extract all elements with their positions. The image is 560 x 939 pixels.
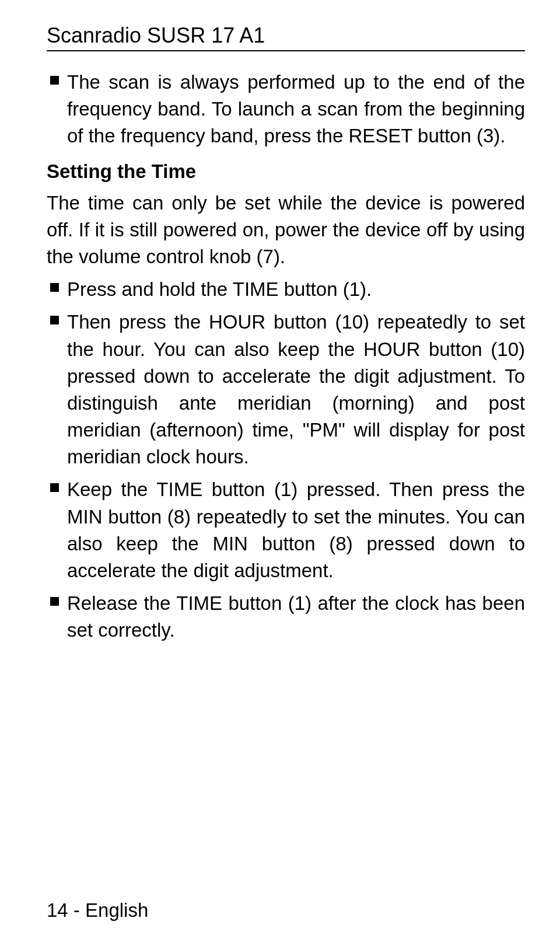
bullet-icon: [50, 483, 59, 492]
list-item: Then press the HOUR button (10) repeated…: [47, 309, 525, 470]
bullet-icon: [50, 316, 59, 324]
bullet-text: The scan is always performed up to the e…: [67, 69, 525, 150]
bullet-icon: [50, 283, 59, 292]
list-item: The scan is always performed up to the e…: [47, 69, 525, 150]
header-divider: [47, 50, 525, 51]
bullet-icon: [50, 76, 59, 85]
bullet-text: Release the TIME button (1) after the cl…: [67, 590, 525, 644]
list-item: Keep the TIME button (1) pressed. Then p…: [47, 476, 525, 584]
page-footer: 14 - English: [47, 899, 148, 921]
subheading-setting-time: Setting the Time: [47, 160, 525, 183]
bullet-icon: [50, 597, 59, 606]
list-item: Press and hold the TIME button (1).: [47, 276, 525, 303]
bullet-text: Press and hold the TIME button (1).: [67, 276, 525, 303]
page-header: Scanradio SUSR 17 A1: [47, 23, 525, 48]
body-paragraph: The time can only be set while the devic…: [47, 190, 525, 271]
bullet-text: Keep the TIME button (1) pressed. Then p…: [67, 476, 525, 584]
list-item: Release the TIME button (1) after the cl…: [47, 590, 525, 644]
bullet-text: Then press the HOUR button (10) repeated…: [67, 309, 525, 470]
